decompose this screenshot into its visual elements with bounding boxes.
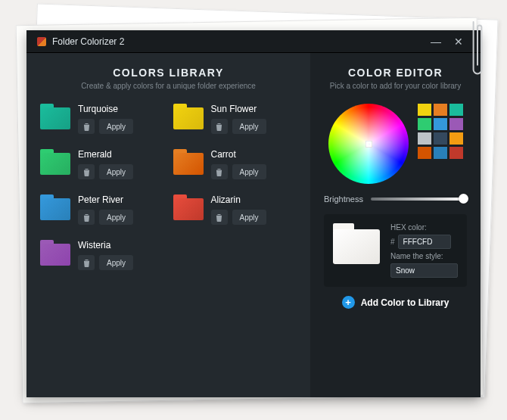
brightness-row: Brightness [324,194,467,204]
preset-swatch[interactable] [449,104,463,116]
picker-cursor-icon [366,142,372,147]
color-editor-panel: COLOR EDITOR Pick a color to add for you… [310,53,481,397]
preview-folder-icon [333,223,380,264]
style-name-input[interactable] [390,263,458,278]
preview-box: HEX color: # Name the style: [324,214,467,287]
slider-knob-icon [459,194,468,204]
app-window: Folder Colorizer 2 — ✕ COLORS LIBRARY Cr… [26,30,481,397]
preset-swatch[interactable] [434,132,447,145]
library-item: WisteriaApply [40,240,164,270]
library-item: EmeraldApply [40,149,164,179]
preset-swatch[interactable] [418,104,431,116]
app-logo-icon [37,37,46,46]
delete-button[interactable] [78,210,95,225]
preset-swatches [418,104,463,159]
hex-label: HEX color: [390,223,458,232]
color-name: Alizarin [211,194,266,205]
editor-subtitle: Pick a color to add for your color libra… [324,82,467,90]
hash-symbol: # [390,238,395,246]
color-wheel[interactable] [328,104,409,184]
delete-button[interactable] [78,164,95,179]
library-item: Peter RiverApply [40,194,164,225]
apply-button[interactable]: Apply [99,119,133,134]
apply-button[interactable]: Apply [232,164,266,179]
folder-icon [173,104,204,129]
color-name: Sun Flower [211,104,266,114]
color-name: Emerald [78,149,133,160]
delete-button[interactable] [78,255,95,270]
folder-icon [173,149,204,175]
color-name: Wisteria [78,240,133,250]
preset-swatch[interactable] [449,147,463,159]
preset-swatch[interactable] [418,118,431,130]
add-color-label: Add Color to Library [361,297,449,308]
library-item: CarrotApply [173,149,297,179]
titlebar: Folder Colorizer 2 — ✕ [26,30,481,53]
preset-swatch[interactable] [449,132,463,145]
app-title: Folder Colorizer 2 [52,36,425,47]
color-name: Turquoise [78,104,133,114]
preset-swatch[interactable] [434,104,447,116]
preset-swatch[interactable] [434,118,447,130]
apply-button[interactable]: Apply [99,164,133,179]
picker-row [324,104,467,184]
preset-swatch[interactable] [449,118,463,130]
folder-icon [173,194,204,220]
library-item: TurquoiseApply [40,104,164,134]
folder-icon [40,194,70,220]
close-button[interactable]: ✕ [447,36,470,48]
brightness-label: Brightness [324,194,363,204]
paperclip-icon [469,15,486,83]
add-color-button[interactable]: + Add Color to Library [324,296,467,309]
library-item: Sun FlowerApply [173,104,297,134]
folder-icon [40,240,70,266]
apply-button[interactable]: Apply [232,119,266,134]
library-subtitle: Create & apply colors for a unique folde… [40,82,297,90]
folder-icon [40,149,70,175]
apply-button[interactable]: Apply [99,255,133,270]
preset-swatch[interactable] [418,147,431,159]
name-label: Name the style: [390,252,458,260]
delete-button[interactable] [211,210,228,225]
delete-button[interactable] [211,164,228,179]
preset-swatch[interactable] [434,147,447,159]
apply-button[interactable]: Apply [232,210,266,225]
plus-icon: + [342,296,355,309]
brightness-slider[interactable] [371,198,467,201]
app-body: COLORS LIBRARY Create & apply colors for… [26,53,481,397]
library-item: AlizarinApply [173,194,297,225]
editor-heading: COLOR EDITOR [324,67,467,79]
colors-library-panel: COLORS LIBRARY Create & apply colors for… [26,53,310,397]
preset-swatch[interactable] [418,132,431,145]
color-name: Peter River [78,194,133,205]
hex-input[interactable] [398,235,451,249]
folder-icon [40,104,70,129]
library-heading: COLORS LIBRARY [40,67,297,79]
color-name: Carrot [211,149,266,160]
library-grid: TurquoiseApplySun FlowerApplyEmeraldAppl… [40,104,297,270]
apply-button[interactable]: Apply [99,210,133,225]
preview-fields: HEX color: # Name the style: [390,223,458,278]
delete-button[interactable] [78,119,95,134]
delete-button[interactable] [211,119,228,134]
minimize-button[interactable]: — [425,36,447,48]
